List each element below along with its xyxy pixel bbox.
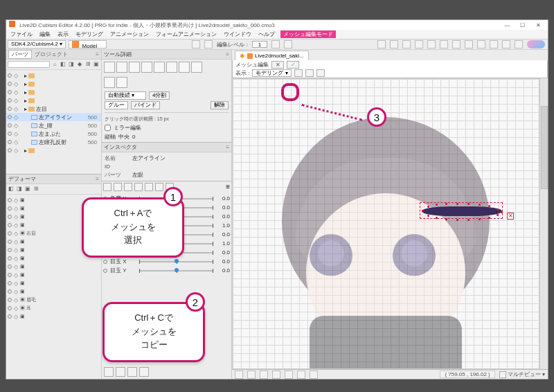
mesh-point[interactable] <box>427 215 429 217</box>
mesh-point[interactable] <box>488 205 490 207</box>
deformer-icon[interactable]: ◨ <box>16 186 23 193</box>
tool-icon[interactable] <box>402 40 411 48</box>
viewport[interactable]: ✕ <box>232 78 539 369</box>
deformer-tree-row[interactable]: ◇▣ <box>6 312 101 321</box>
mesh-tool-icon[interactable] <box>154 62 165 73</box>
tool-icon[interactable] <box>284 40 292 48</box>
visibility-dot[interactable] <box>8 206 12 211</box>
mesh-point[interactable] <box>467 203 470 205</box>
lock-icon[interactable]: ◇ <box>13 98 19 104</box>
bind-tab[interactable]: バインド <box>131 101 160 109</box>
param-add-icon[interactable] <box>127 367 137 377</box>
param-tool-icon[interactable] <box>134 183 143 191</box>
tool-icon[interactable] <box>515 40 523 48</box>
menu-edit[interactable]: 編集 <box>38 30 52 38</box>
lock-icon[interactable]: ◇ <box>13 297 19 303</box>
visibility-dot[interactable] <box>8 281 12 285</box>
menu-view[interactable]: 表示 <box>56 30 70 38</box>
param-row[interactable]: 目玉 Y0.0 <box>103 266 230 275</box>
lock-icon[interactable]: ◇ <box>13 139 19 145</box>
param-value[interactable]: 1.0 <box>216 240 230 247</box>
scrollbar-thumb[interactable] <box>541 106 548 189</box>
expand-icon[interactable]: ▸ <box>24 81 27 87</box>
param-slider[interactable] <box>139 261 213 262</box>
mesh-point[interactable] <box>497 214 499 216</box>
panel-menu-icon[interactable]: ≡ <box>226 51 229 57</box>
lock-icon[interactable]: ◇ <box>13 148 19 154</box>
parts-tree-row[interactable]: ◇左_瞳500 <box>6 121 101 130</box>
parts-tree-row[interactable]: ◇左瞳孔反射500 <box>6 138 101 146</box>
param-value[interactable]: 0.0 <box>216 204 230 211</box>
lock-icon[interactable]: ◇ <box>13 264 19 270</box>
lock-icon[interactable]: ◇ <box>13 247 19 253</box>
mesh-tool-icon[interactable] <box>129 62 140 73</box>
visibility-dot[interactable] <box>8 107 12 111</box>
lock-icon[interactable]: ◇ <box>13 73 19 79</box>
param-value[interactable]: 0.0 <box>216 258 230 265</box>
visibility-dot[interactable] <box>8 148 12 152</box>
maximize-button[interactable]: ☐ <box>516 22 530 28</box>
visibility-dot[interactable] <box>8 314 12 319</box>
tool-icon[interactable] <box>377 40 386 48</box>
tool-icon[interactable] <box>390 40 398 48</box>
tool-icon[interactable] <box>490 40 498 48</box>
param-row[interactable]: 目玉 X0.0 <box>103 257 230 266</box>
mesh-selection[interactable] <box>420 202 503 219</box>
tool-icon[interactable] <box>415 40 423 48</box>
visibility-dot[interactable] <box>8 273 12 277</box>
deformer-icon[interactable]: ▣ <box>24 186 31 193</box>
parts-tree[interactable]: ◇▸◇▸◇▸◇▸◇▸左目◇左アイライン500◇左_瞳500◇左まぶた500◇左瞳… <box>6 70 101 156</box>
mesh-tool-icon[interactable] <box>305 69 314 77</box>
param-dot[interactable] <box>103 260 107 264</box>
filter-icon[interactable]: ◨ <box>68 61 75 68</box>
visibility-dot[interactable] <box>8 90 12 94</box>
divide-button[interactable]: 4分割 <box>149 91 170 100</box>
filter-icon[interactable]: ⌕ <box>51 61 58 68</box>
visibility-dot[interactable] <box>8 289 12 294</box>
mesh-point[interactable] <box>497 208 499 211</box>
deformer-tree-row[interactable]: ◇▣ 耳 <box>6 304 101 312</box>
visibility-dot[interactable] <box>8 248 12 252</box>
param-add-icon[interactable] <box>139 367 149 377</box>
tool-icon[interactable] <box>465 40 473 48</box>
lock-icon[interactable]: ◇ <box>13 123 19 129</box>
expand-icon[interactable]: ▸ <box>24 73 27 79</box>
lock-icon[interactable]: ◇ <box>13 231 19 237</box>
mesh-tool-icon[interactable] <box>166 62 177 73</box>
lock-icon[interactable]: ◇ <box>13 197 19 204</box>
param-slider[interactable] <box>139 270 213 271</box>
vertical-scrollbar[interactable] <box>539 78 548 369</box>
mesh-tool-icon[interactable] <box>316 69 325 77</box>
filter-icon[interactable]: ▣ <box>93 61 100 68</box>
tool-icon[interactable] <box>427 40 436 48</box>
mesh-point[interactable] <box>436 204 438 206</box>
visibility-dot[interactable] <box>8 132 12 136</box>
parts-tab[interactable]: パーツ <box>8 50 32 59</box>
panel-menu-icon[interactable]: ≡ <box>96 176 99 182</box>
visibility-dot[interactable] <box>8 215 12 219</box>
lock-icon[interactable]: ◇ <box>13 106 19 112</box>
parts-tree-row[interactable]: ◇左まぶた500 <box>6 130 101 138</box>
mesh-point[interactable] <box>436 217 438 219</box>
deformer-tree-row[interactable]: ◇▣ 眉毛 <box>6 296 101 304</box>
tool-icon[interactable] <box>502 40 510 48</box>
lock-icon[interactable]: ◇ <box>13 81 19 87</box>
parts-tree-row[interactable]: ◇▸ <box>6 146 101 154</box>
multiview[interactable]: マルチビュー ▾ <box>499 371 545 378</box>
minimize-button[interactable]: — <box>501 22 515 28</box>
status-icon[interactable] <box>310 371 318 379</box>
visibility-dot[interactable] <box>8 82 12 86</box>
param-tool-icon[interactable] <box>114 183 122 191</box>
lock-icon[interactable]: ◇ <box>13 214 19 220</box>
parts-tree-row[interactable]: ◇左アイライン500 <box>6 113 101 121</box>
lock-icon[interactable]: ◇ <box>13 272 19 278</box>
param-add-icon[interactable] <box>104 367 114 377</box>
menu-form-animation[interactable]: フォームアニメーション <box>154 30 218 38</box>
panel-menu-icon[interactable]: ≡ <box>96 51 99 57</box>
param-tool-icon[interactable] <box>124 183 132 191</box>
mesh-tool-icon[interactable] <box>294 69 303 77</box>
param-value[interactable]: 0.0 <box>216 213 230 220</box>
nizima-logo[interactable] <box>527 40 545 48</box>
status-icon[interactable] <box>260 371 268 379</box>
param-value[interactable]: 0.0 <box>216 195 230 202</box>
